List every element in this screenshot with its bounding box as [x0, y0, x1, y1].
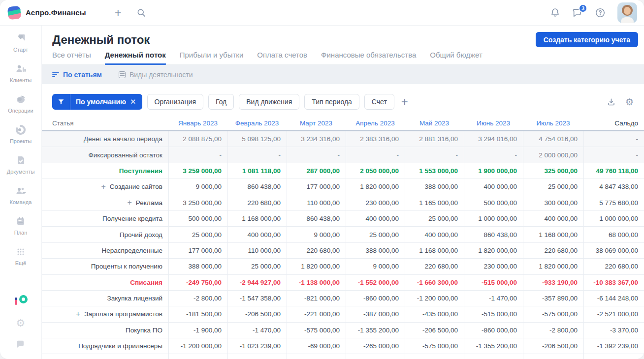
row-label[interactable]: Поступления [42, 163, 168, 179]
row-label[interactable]: Нераспределенные [42, 243, 168, 258]
row-label[interactable]: +Зарплата программистов [42, 306, 168, 322]
sidebar-item-4[interactable]: Проекты [7, 124, 35, 144]
table-row: Списания-249 750,00-2 944 927,00-1 138 0… [42, 275, 644, 291]
projects-icon [15, 124, 27, 136]
column-header-month[interactable]: Январь 2023 [168, 120, 227, 127]
help-icon[interactable] [595, 7, 606, 18]
quick-add-button[interactable]: + [115, 7, 122, 19]
filter-chip-5[interactable]: Счет [364, 94, 394, 110]
support-chat-icon[interactable] [15, 339, 26, 351]
sidebar-item-1[interactable]: Старт [7, 32, 35, 53]
tab-3[interactable]: Прибыли и убытки [180, 51, 244, 65]
cell-value: 1 553 000,00 [405, 163, 464, 179]
cell-value: -1 138 000,00 [287, 275, 346, 290]
row-label[interactable]: Списания [42, 275, 168, 290]
cell-saldo: -6 144 248,00 [583, 354, 644, 359]
row-label[interactable]: Проценты к получению [42, 259, 168, 274]
row-label[interactable]: Фиксированный остаток [42, 147, 168, 162]
filter-chip-1[interactable]: Организация [147, 94, 203, 110]
cell-value: -2 944 927,00 [227, 275, 287, 290]
messages-button[interactable]: 3 [572, 7, 583, 18]
column-header-month[interactable]: Февраль 2023 [227, 120, 287, 127]
cell-value: 220 680,00 [287, 243, 346, 258]
user-avatar[interactable] [617, 2, 637, 23]
tab-1[interactable]: Все отчёты [52, 51, 91, 65]
view-toggle-2[interactable]: Виды деятельности [119, 71, 193, 79]
more-icon [15, 246, 27, 258]
tab-6[interactable]: Общий бюджет [430, 51, 483, 65]
cell-value: 300 000,00 [523, 195, 583, 210]
row-label[interactable]: +Зарплата программистов [42, 354, 168, 359]
clear-filter-icon[interactable]: ✕ [130, 97, 142, 106]
cell-value: -69 000,00 [287, 338, 346, 354]
cell-value: -1 552 000,00 [346, 275, 405, 290]
column-header-month[interactable]: Июнь 2023 [464, 120, 523, 127]
table-body: Денег на начало периода2 088 875,005 098… [42, 131, 644, 359]
column-header-saldo: Сальдо [583, 120, 644, 127]
column-header-month[interactable]: Март 2023 [287, 120, 346, 127]
cell-value: -1 900,00 [168, 323, 227, 338]
row-label[interactable]: Закупка лицензий [42, 291, 168, 306]
sidebar-item-label: Клиенты [10, 77, 32, 83]
cell-saldo: 49 760 118,00 [583, 163, 644, 179]
table-row: Денег на начало периода2 088 875,005 098… [42, 131, 644, 147]
table-row: Нераспределенные177 000,00110 000,00220 … [42, 243, 644, 259]
cell-value: 2 383 316,00 [346, 131, 405, 147]
main-sidebar: Старт Клиенты Операции Проекты Документы… [0, 26, 42, 359]
table-settings-gear-icon[interactable]: ⚙ [625, 97, 634, 107]
cell-value: - [287, 147, 346, 162]
by-items-sort-icon [52, 71, 59, 78]
column-header-month[interactable]: Апрель 2023 [346, 120, 405, 127]
export-download-icon[interactable] [607, 97, 616, 107]
filter-chip-2[interactable]: Год [208, 94, 234, 110]
cell-value: 388 000,00 [168, 259, 227, 274]
filter-chip-4[interactable]: Тип периода [304, 94, 359, 110]
row-label[interactable]: Подрядчики и фрилансеры [42, 338, 168, 354]
cell-saldo: 68 000,00 [583, 227, 644, 242]
row-label[interactable]: +Создание сайтов [42, 179, 168, 194]
cell-value: -1 470,00 [464, 354, 523, 359]
table-row: Фиксированный остаток------2 000 000,00- [42, 147, 644, 163]
tab-5[interactable]: Финансовые обязательства [321, 51, 416, 65]
settings-gear-icon[interactable]: ⚙ [16, 318, 26, 328]
add-filter-button[interactable]: + [401, 96, 408, 108]
expand-plus-icon[interactable]: + [101, 182, 106, 191]
sidebar-item-5[interactable]: Документы [7, 154, 35, 175]
sidebar-item-3[interactable]: Операции [7, 93, 35, 114]
cell-value: 220 680,00 [405, 259, 464, 274]
cell-value: 110 000,00 [227, 243, 287, 258]
cell-value: -221 000,00 [287, 306, 346, 322]
row-label[interactable]: Денег на начало периода [42, 131, 168, 147]
sidebar-item-2[interactable]: Клиенты [7, 63, 35, 83]
row-label[interactable]: Покупка ПО [42, 323, 168, 338]
cell-saldo: 5 775 680,00 [583, 195, 644, 210]
cell-value: -821 000,00 [287, 291, 346, 306]
filter-chip-3[interactable]: Вид движения [239, 94, 299, 110]
top-bar: Аспро.Финансы + 3 [0, 0, 644, 26]
view-toggle-1[interactable]: По статьям [52, 71, 102, 79]
search-icon[interactable] [136, 8, 146, 18]
cell-value: -860 000,00 [346, 291, 405, 306]
row-label[interactable]: Получение кредита [42, 211, 168, 226]
row-label[interactable]: Прочий доход [42, 227, 168, 242]
expand-plus-icon[interactable]: + [128, 198, 132, 207]
notifications-bell-icon[interactable] [550, 7, 560, 18]
tab-4[interactable]: Оплата счетов [257, 51, 307, 65]
cell-saldo: 220 680,00 [583, 259, 644, 274]
cell-value: -1 355 200,00 [346, 323, 405, 338]
brand-mark-icon[interactable] [14, 294, 28, 307]
sidebar-item-8[interactable]: Ещё [7, 246, 35, 266]
active-filter-label: По умолчанию [70, 98, 130, 106]
row-label-text: Поступления [119, 167, 162, 175]
column-header-month[interactable]: Июль 2023 [523, 120, 583, 127]
sidebar-item-6[interactable]: Команда [7, 185, 35, 205]
sidebar-item-7[interactable]: План [7, 215, 35, 236]
cell-value: -1 200 000,00 [168, 338, 227, 354]
expand-plus-icon[interactable]: + [76, 310, 80, 319]
tab-2[interactable]: Денежный поток [105, 51, 166, 65]
column-header-month[interactable]: Май 2023 [405, 120, 464, 127]
active-filter-chip[interactable]: По умолчанию ✕ [52, 94, 142, 110]
report-tabs: Все отчётыДенежный потокПрибыли и убытки… [42, 51, 644, 65]
row-label[interactable]: +Реклама [42, 195, 168, 210]
create-category-button[interactable]: Создать категорию учета [536, 32, 638, 47]
